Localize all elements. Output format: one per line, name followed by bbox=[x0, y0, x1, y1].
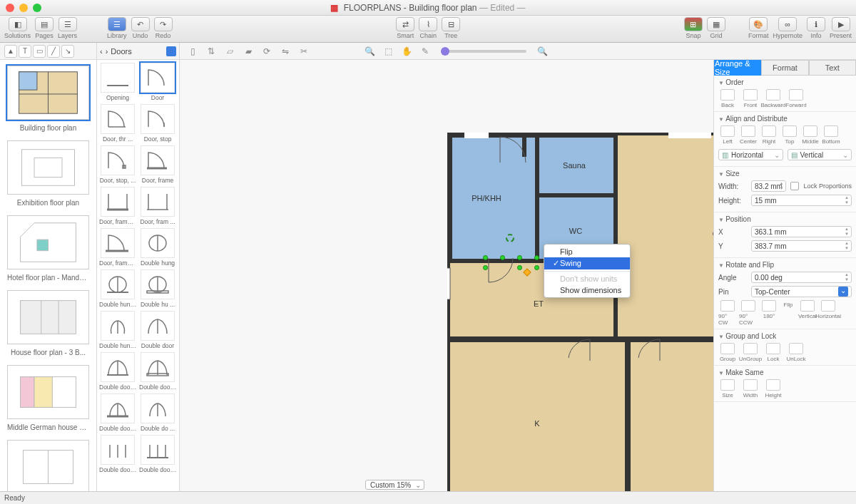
library-shape[interactable] bbox=[101, 394, 135, 423]
hypernote-button[interactable]: ∞ bbox=[778, 17, 797, 31]
line-tool[interactable]: ╱ bbox=[47, 45, 60, 58]
library-menu-button[interactable] bbox=[166, 46, 176, 56]
library-shape[interactable] bbox=[141, 269, 175, 299]
section-makesame[interactable]: Make Same bbox=[718, 369, 852, 376]
align-top-button[interactable]: Top bbox=[780, 125, 799, 145]
pointer-tool[interactable]: ▲ bbox=[4, 45, 17, 58]
library-shape[interactable] bbox=[101, 435, 135, 465]
library-shape[interactable] bbox=[141, 63, 175, 93]
same-size-button[interactable]: Size bbox=[718, 379, 737, 398]
position-x-input[interactable]: 363.1 mm▲▼ bbox=[751, 226, 852, 237]
height-input[interactable]: 15 mm▲▼ bbox=[751, 195, 852, 206]
rotate-180-button[interactable]: 180° bbox=[760, 300, 778, 326]
lib-back-button[interactable]: ‹ bbox=[100, 47, 103, 56]
library-shape[interactable] bbox=[101, 352, 135, 382]
tab-format[interactable]: Format bbox=[761, 60, 808, 76]
rect-tool[interactable]: ▭ bbox=[33, 45, 46, 58]
library-shape[interactable] bbox=[101, 63, 135, 93]
section-order[interactable]: Order bbox=[718, 78, 852, 86]
pin-select[interactable]: Top-Center⌄ bbox=[751, 286, 852, 297]
library-shape[interactable] bbox=[141, 394, 175, 423]
flip-horizontal-button[interactable]: Horizontal bbox=[819, 300, 837, 326]
same-height-button[interactable]: Height bbox=[764, 379, 783, 398]
present-button[interactable]: ▶ bbox=[832, 17, 850, 31]
solutions-button[interactable]: ◧ bbox=[9, 17, 27, 31]
hand-tool[interactable]: ✋ bbox=[399, 45, 414, 58]
page-thumbnail[interactable] bbox=[7, 365, 89, 419]
chain-button[interactable]: ⌇ bbox=[419, 17, 437, 31]
connector-tool[interactable]: ↘ bbox=[61, 45, 74, 58]
library-shape[interactable] bbox=[101, 228, 135, 258]
zoom-slider[interactable] bbox=[441, 50, 526, 53]
menu-item-swing[interactable]: ✓Swing bbox=[544, 257, 630, 269]
section-position[interactable]: Position bbox=[718, 215, 852, 223]
library-button[interactable]: ☰ bbox=[108, 17, 126, 31]
align-right-button[interactable]: Right bbox=[760, 125, 778, 145]
distribute-horizontal-select[interactable]: ▥Horizontal⌄ bbox=[718, 149, 783, 160]
order-front-button[interactable]: Front bbox=[741, 89, 760, 108]
group-button[interactable]: Group bbox=[718, 343, 737, 362]
zoom-fit-button[interactable]: ⬚ bbox=[381, 45, 395, 58]
section-group[interactable]: Group and Lock bbox=[718, 332, 852, 340]
distribute-tool[interactable]: ⇅ bbox=[204, 45, 218, 58]
pages-button[interactable]: ▤ bbox=[35, 17, 54, 31]
library-shape[interactable] bbox=[141, 311, 175, 341]
position-y-input[interactable]: 383.7 mm▲▼ bbox=[751, 240, 852, 252]
flip-tool[interactable]: ⇋ bbox=[278, 45, 292, 58]
order-backward-button[interactable]: Backward bbox=[764, 89, 783, 108]
page-thumbnail[interactable] bbox=[7, 140, 89, 195]
library-shape[interactable] bbox=[101, 104, 135, 134]
menu-item-dont-show-units[interactable]: Don't show units bbox=[544, 273, 630, 284]
text-tool[interactable]: T bbox=[19, 45, 31, 58]
angle-input[interactable]: 0.00 deg▲▼ bbox=[751, 272, 852, 283]
order-forward-button[interactable]: Forward bbox=[787, 89, 805, 108]
canvas-area[interactable]: Sauna PH/KHH WC OH ET K MH Flip ✓Swi bbox=[180, 60, 713, 491]
section-rotate[interactable]: Rotate and Flip bbox=[718, 261, 852, 269]
same-width-button[interactable]: Width bbox=[741, 379, 760, 398]
order-back-button[interactable]: Back bbox=[718, 89, 737, 108]
unlock-button[interactable]: UnLock bbox=[787, 343, 805, 362]
grid-button[interactable]: ▦ bbox=[707, 17, 725, 31]
ungroup-tool[interactable]: ▰ bbox=[241, 45, 255, 58]
tree-button[interactable]: ⊟ bbox=[442, 17, 460, 31]
align-center-button[interactable]: Center bbox=[739, 125, 758, 145]
format-panel-button[interactable]: 🎨 bbox=[749, 17, 768, 31]
smart-button[interactable]: ⇄ bbox=[396, 17, 414, 31]
floor-plan-drawing[interactable]: Sauna PH/KHH WC OH ET K MH bbox=[447, 133, 713, 491]
distribute-vertical-select[interactable]: ▤Vertical⌄ bbox=[788, 149, 852, 160]
lock-proportions-checkbox[interactable] bbox=[790, 182, 799, 190]
lock-button[interactable]: Lock bbox=[764, 343, 783, 362]
lib-forward-button[interactable]: › bbox=[106, 47, 108, 56]
tab-arrange-size[interactable]: Arrange & Size bbox=[714, 60, 761, 76]
library-shape[interactable] bbox=[141, 228, 175, 258]
library-shape[interactable] bbox=[101, 145, 135, 175]
info-button[interactable]: ℹ bbox=[807, 17, 825, 31]
undo-button[interactable]: ↶ bbox=[131, 17, 150, 31]
layers-button[interactable]: ☰ bbox=[58, 17, 77, 31]
section-size[interactable]: Size bbox=[718, 170, 852, 178]
library-shape[interactable] bbox=[101, 269, 135, 299]
width-input[interactable]: 83.2 mm▲▼ bbox=[751, 180, 786, 192]
ungroup-button[interactable]: UnGroup bbox=[741, 343, 760, 362]
library-shape[interactable] bbox=[101, 187, 135, 217]
page-thumbnail[interactable] bbox=[7, 66, 89, 120]
library-shape[interactable] bbox=[141, 104, 175, 134]
page-thumbnail[interactable] bbox=[7, 215, 89, 269]
tab-text[interactable]: Text bbox=[809, 60, 856, 76]
align-left-button[interactable]: Left bbox=[718, 125, 737, 145]
snap-button[interactable]: ⊞ bbox=[684, 17, 703, 31]
zoom-level-combo[interactable]: Custom 15%⌄ bbox=[365, 480, 424, 490]
rotate-ccw-button[interactable]: 90° CCW bbox=[739, 300, 758, 326]
library-shape[interactable] bbox=[141, 352, 175, 382]
eyedropper-tool[interactable]: ✎ bbox=[418, 45, 432, 58]
align-bottom-button[interactable]: Bottom bbox=[822, 125, 840, 145]
library-shape[interactable] bbox=[141, 435, 175, 465]
library-shape[interactable] bbox=[141, 187, 175, 217]
section-align[interactable]: Align and Distribute bbox=[718, 115, 852, 123]
menu-item-show-dimensions[interactable]: Show dimensions bbox=[544, 284, 630, 296]
page-thumbnail[interactable] bbox=[7, 290, 89, 344]
group-tool[interactable]: ▱ bbox=[223, 45, 237, 58]
menu-item-flip[interactable]: Flip bbox=[544, 246, 630, 257]
redo-button[interactable]: ↷ bbox=[154, 17, 173, 31]
zoom-out-button[interactable]: 🔍 bbox=[362, 45, 377, 58]
